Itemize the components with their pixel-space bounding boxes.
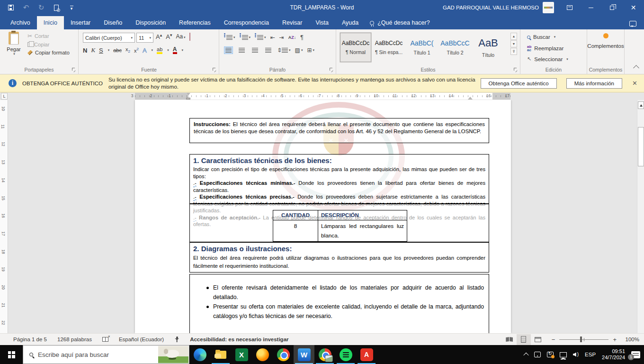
warning-close-icon[interactable]: ✕	[632, 80, 637, 87]
font-dialog-launcher[interactable]	[213, 68, 217, 72]
tab-correspondencia[interactable]: Correspondencia	[217, 16, 276, 29]
subscript-button[interactable]: x2	[125, 46, 130, 54]
language-indicator[interactable]: Español (Ecuador)	[119, 337, 164, 342]
section1-box[interactable]: 1. Características técnicas de los biene…	[189, 154, 489, 204]
document-page[interactable]: ✕✕ Instrucciones: El técnico del área re…	[135, 100, 511, 333]
highlight-button[interactable]: ab	[157, 47, 162, 54]
grow-font-button[interactable]: A▴	[156, 33, 162, 40]
accessibility-status[interactable]: Accesibilidad: es necesario investigar	[190, 337, 288, 342]
tab-stop-selector[interactable]: L	[1, 93, 8, 100]
borders-button[interactable]: ⊞▾	[307, 47, 314, 54]
style--sin-espa-[interactable]: AaBbCcDc¶ Sin espa...	[373, 33, 404, 62]
tell-me-prompt[interactable]: ¿Qué desea hacer?	[377, 19, 430, 26]
show-marks-button[interactable]: ¶	[300, 34, 303, 41]
style-t-tulo[interactable]: AaBTítulo	[473, 33, 504, 62]
tab-ayuda[interactable]: Ayuda	[335, 16, 365, 29]
network-icon[interactable]	[560, 352, 567, 357]
search-highlight-image[interactable]	[158, 346, 188, 363]
zoom-slider-thumb[interactable]	[580, 337, 582, 342]
font-family-select[interactable]: Calibri (Cuerpo)▾	[83, 33, 135, 43]
print-layout-button[interactable]	[517, 334, 531, 345]
feedback-icon[interactable]	[629, 21, 636, 27]
text-effects-dropdown-arrow[interactable]: ▾	[152, 48, 153, 52]
bullets-button[interactable]: ▾	[224, 33, 235, 42]
save-button[interactable]	[7, 3, 15, 12]
underline-dropdown-arrow[interactable]: ▾	[108, 48, 110, 52]
ribbon-display-options-button[interactable]	[559, 0, 580, 15]
vertical-scrollbar[interactable]	[637, 100, 644, 333]
italic-button[interactable]: K	[91, 46, 95, 54]
find-button[interactable]: Buscar▾	[527, 34, 555, 40]
tab-revisar[interactable]: Revisar	[276, 16, 309, 29]
more-info-button[interactable]: Más información	[566, 78, 622, 89]
styles-scroll-up-button[interactable]: ▲	[510, 33, 517, 40]
styles-dialog-launcher[interactable]	[514, 68, 518, 72]
paste-dropdown-arrow[interactable]: ▾	[13, 52, 15, 56]
style--normal[interactable]: AaBbCcDc¶ Normal	[340, 33, 371, 62]
strikethrough-button[interactable]: abc	[113, 47, 122, 53]
format-painter-button[interactable]: Copiar formato	[27, 50, 70, 55]
multilevel-list-button[interactable]: ▾	[255, 33, 266, 42]
styles-gallery-expand-button[interactable]: ⊽	[510, 48, 517, 55]
collapse-ribbon-button[interactable]	[633, 65, 639, 71]
proofing-errors-icon[interactable]	[102, 337, 108, 342]
tab-diseño[interactable]: Diseño	[97, 16, 129, 29]
paste-button[interactable]: Pegar ▾	[4, 32, 24, 64]
select-button[interactable]: ↖Seleccionar▾	[527, 56, 568, 62]
scrollbar-thumb[interactable]	[638, 127, 644, 166]
font-size-select[interactable]: 11▾	[136, 33, 153, 43]
vertical-ruler[interactable]: 10111213141516171819202122	[0, 100, 8, 333]
minimize-button[interactable]	[580, 0, 601, 15]
underline-button[interactable]: S	[99, 47, 103, 54]
shading-button[interactable]: ▨▾	[295, 47, 303, 54]
increase-indent-button[interactable]: ⇥	[279, 34, 284, 41]
tab-vista[interactable]: Vista	[309, 16, 335, 29]
font-color-button[interactable]: A	[173, 46, 177, 54]
print-preview-button[interactable]	[52, 3, 61, 12]
taskbar-app-word[interactable]: W	[294, 345, 314, 364]
quantity-table-box[interactable]: CANTIDADDESCRIPCIÓN8Lámparas led rectang…	[189, 204, 489, 242]
taskbar-app-chrome-profile[interactable]	[314, 345, 335, 364]
line-spacing-button[interactable]: ⇕▾	[277, 47, 291, 54]
sort-button[interactable]: AZ↓	[288, 35, 296, 40]
align-left-button[interactable]	[224, 46, 233, 54]
taskbar-app-edge[interactable]	[189, 345, 210, 364]
clock[interactable]: 09:51 24/7/2024	[602, 348, 625, 361]
numbering-button[interactable]: ▾	[240, 33, 251, 42]
hanging-indent-marker[interactable]	[186, 98, 190, 100]
zoom-slider[interactable]	[559, 339, 608, 340]
font-color-dropdown-arrow[interactable]: ▾	[182, 48, 184, 52]
close-button[interactable]: ✕	[623, 0, 644, 15]
tab-insertar[interactable]: Insertar	[64, 16, 97, 29]
undo-button[interactable]: ↶	[22, 3, 30, 12]
account-avatar[interactable]	[543, 2, 554, 13]
styles-scroll-down-button[interactable]: ▼	[510, 40, 517, 47]
table-cell[interactable]: 8	[273, 220, 318, 242]
tab-inicio[interactable]: Inicio	[37, 16, 64, 29]
first-line-indent-marker[interactable]	[187, 93, 190, 97]
copy-button[interactable]: Copiar	[27, 42, 70, 47]
addins-button[interactable]: Complementos	[587, 33, 624, 49]
redo-button[interactable]: ↻	[37, 3, 45, 12]
change-case-button[interactable]: Aa▾	[176, 33, 185, 40]
zoom-level[interactable]: 100%	[623, 337, 639, 342]
customize-qat-button[interactable]: ▾	[67, 3, 76, 12]
volume-icon[interactable]: )	[573, 352, 579, 357]
read-mode-button[interactable]	[502, 334, 517, 345]
justify-button[interactable]	[264, 46, 273, 54]
update-notification-icon[interactable]	[547, 352, 554, 357]
align-right-button[interactable]	[250, 46, 259, 54]
page-indicator[interactable]: Página 1 de 5	[13, 337, 47, 342]
text-effects-button[interactable]: A	[143, 47, 147, 54]
right-indent-marker[interactable]	[468, 94, 473, 100]
instructions-box[interactable]: Instrucciones: El técnico del área requi…	[189, 118, 489, 143]
superscript-button[interactable]: x2	[134, 47, 139, 54]
style-t-tulo-2[interactable]: AaBbCcCTítulo 2	[439, 33, 471, 62]
cut-button[interactable]: ✂Cortar	[27, 33, 70, 39]
taskbar-app-explorer[interactable]	[210, 345, 231, 364]
get-office-button[interactable]: Obtenga Office auténtico	[481, 78, 557, 89]
clipboard-dialog-launcher[interactable]	[72, 68, 76, 72]
taskbar-app-spotify[interactable]	[335, 345, 356, 364]
zoom-in-button[interactable]: +	[613, 336, 617, 343]
bold-button[interactable]: N	[83, 47, 87, 54]
